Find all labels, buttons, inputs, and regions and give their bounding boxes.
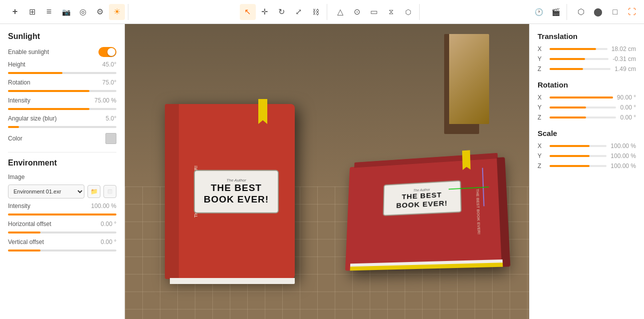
sphere-icon: ⬤ (594, 7, 603, 16)
scale-y-slider-wrap (550, 155, 607, 157)
target-button[interactable]: ◎ (75, 4, 91, 20)
translation-y-axis: Y (538, 56, 546, 62)
rotation-title: Rotation (538, 80, 636, 89)
pyramid-icon: △ (337, 7, 343, 16)
box-view-button[interactable]: □ (607, 4, 623, 20)
book1-title: THE BEST BOOK EVER! (201, 182, 272, 206)
rotation-x-value: 90.00 ° (617, 94, 636, 101)
intensity-sun-row: Intensity 75.00 % (8, 97, 116, 104)
scale-icon: ⤢ (295, 7, 302, 16)
translation-x-slider[interactable] (550, 48, 608, 50)
circle-button[interactable]: ⊙ (349, 4, 365, 20)
rotation-section: Rotation X 90.00 ° Y (538, 80, 636, 121)
scale-z-fill (550, 165, 590, 167)
extra1-button[interactable]: ⧖ (383, 4, 399, 20)
extra1-icon: ⧖ (389, 8, 394, 16)
browse-folder-button[interactable]: 📁 (87, 185, 100, 198)
book1-author: The Author (201, 178, 272, 182)
translation-y-row: Y -0.31 cm (538, 56, 636, 62)
angular-row: Angular size (blur) 5.0° (8, 115, 116, 122)
height-label: Height (8, 61, 25, 68)
translation-y-slider[interactable] (550, 58, 609, 60)
timeline-button[interactable]: 🕐 (531, 4, 547, 20)
image-label-row: Image (8, 174, 116, 180)
layout-icon: ⊞ (29, 7, 35, 16)
scale-x-slider[interactable] (550, 145, 607, 147)
fullscreen-button[interactable]: ⛶ (624, 4, 640, 20)
move-button[interactable]: ✛ (257, 4, 273, 20)
book1[interactable]: THE BEST BOOK EVER! The Author THE BEST … (165, 104, 295, 279)
link-icon: ⛓ (312, 8, 319, 16)
extra2-button[interactable]: ⬡ (400, 4, 416, 20)
link-button[interactable]: ⛓ (308, 4, 324, 20)
white-swatch-button[interactable]: ■ (103, 185, 116, 198)
rotation-x-fill (550, 96, 613, 98)
scale-y-axis: Y (538, 152, 546, 160)
translation-z-slider[interactable] (550, 68, 611, 70)
circle-icon: ⊙ (354, 7, 360, 16)
translation-y-fill (550, 58, 585, 60)
scale-z-slider[interactable] (550, 165, 607, 167)
viewcube-button[interactable]: ⬡ (573, 4, 589, 20)
rotation-z-row: Z 0.00 ° (538, 114, 636, 121)
select-button[interactable]: ↖ (240, 4, 256, 20)
rect-icon: ▭ (370, 7, 378, 16)
scale-title: Scale (538, 129, 636, 138)
main-content: Sunlight Enable sunlight Height 45.0° Ro… (0, 24, 644, 319)
rotation-z-slider[interactable] (550, 116, 616, 118)
intensity-env-label: Intensity (8, 202, 30, 210)
rotation-x-slider[interactable] (550, 96, 613, 98)
settings-icon: ⚙ (96, 7, 103, 16)
translation-z-value: 1.49 cm (615, 66, 636, 72)
rotation-x-slider-wrap (550, 96, 613, 98)
translation-section: Translation X 18.02 cm Y (538, 32, 636, 72)
scale-button[interactable]: ⤢ (291, 4, 307, 20)
image-select[interactable]: Environment 01.exr (8, 184, 84, 198)
intensity-sun-slider[interactable] (8, 108, 116, 110)
height-value: 45.0° (102, 61, 116, 68)
angular-slider[interactable] (8, 126, 116, 128)
sunlight-title: Sunlight (8, 32, 116, 41)
angular-label: Angular size (blur) (8, 115, 56, 122)
camera-icon: 📷 (62, 8, 70, 16)
h-offset-value: 0.00 ° (100, 220, 116, 228)
scale-y-slider[interactable] (550, 155, 607, 157)
angular-value: 5.0° (106, 115, 117, 122)
translation-z-slider-wrap (550, 68, 611, 70)
translation-title: Translation (538, 32, 636, 40)
toolbar-left-group: + ⊞ ≡ 📷 ◎ ⚙ ☀ (4, 4, 128, 20)
camera-button[interactable]: 📷 (58, 4, 74, 20)
rotate-button[interactable]: ↻ (274, 4, 290, 20)
scale-z-slider-wrap (550, 165, 607, 167)
rotation-x-axis: X (538, 94, 546, 101)
image-row: Environment 01.exr 📁 ■ (8, 184, 116, 198)
sphere-view-button[interactable]: ⬤ (590, 4, 606, 20)
intensity-env-slider[interactable] (8, 214, 116, 216)
h-offset-slider[interactable] (8, 232, 116, 234)
menu-button[interactable]: ≡ (41, 4, 57, 20)
rect-button[interactable]: ▭ (366, 4, 382, 20)
sun-button[interactable]: ☀ (109, 4, 125, 20)
rotation-y-slider[interactable] (550, 106, 616, 108)
height-slider[interactable] (8, 72, 116, 74)
v-offset-label: Vertical offset (8, 238, 44, 246)
enable-sunlight-toggle[interactable] (98, 47, 116, 57)
scale-y-value: 100.00 % (611, 152, 636, 160)
rotation-y-slider-wrap (550, 106, 616, 108)
rotation-slider[interactable] (8, 90, 116, 92)
h-offset-slider-fill (8, 232, 40, 234)
film-button[interactable]: 🎬 (548, 4, 564, 20)
settings-button[interactable]: ⚙ (92, 4, 108, 20)
color-swatch[interactable] (105, 133, 116, 144)
intensity-env-slider-fill (8, 214, 116, 216)
layout-button[interactable]: ⊞ (24, 4, 40, 20)
sunlight-section: Sunlight Enable sunlight Height 45.0° Ro… (8, 32, 116, 144)
pyramid-button[interactable]: △ (332, 4, 348, 20)
enable-sunlight-row: Enable sunlight (8, 47, 116, 57)
viewport[interactable]: THE BEST BOOK EVER! The Author THE BEST … (125, 24, 529, 319)
v-offset-slider[interactable] (8, 250, 116, 252)
add-button[interactable]: + (7, 4, 23, 20)
angular-slider-fill (8, 126, 19, 128)
toolbar-center-group: ↖ ✛ ↻ ⤢ ⛓ (237, 4, 327, 20)
book2[interactable]: The Author THE BEST BOOK EVER! THE BEST … (345, 158, 503, 270)
